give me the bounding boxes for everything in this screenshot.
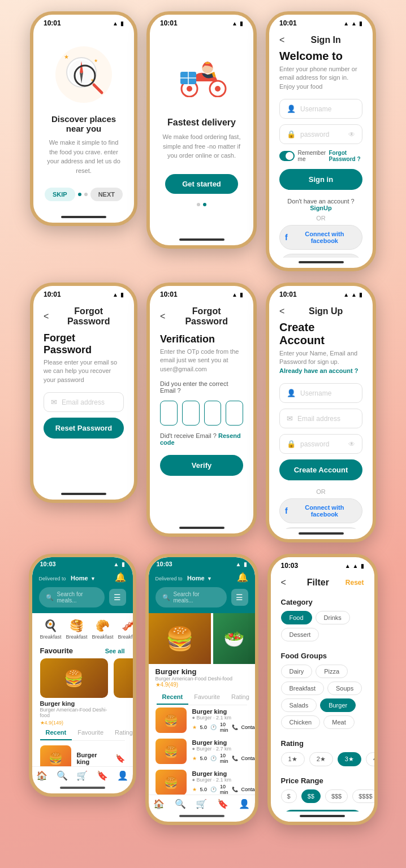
back-icon-filter[interactable]: < (281, 578, 286, 588)
reset-password-button[interactable]: Reset Password (44, 418, 124, 439)
otp-box-3[interactable] (204, 401, 222, 426)
next-button[interactable]: NEXT (90, 188, 123, 201)
tab-profile-2[interactable]: 👤 (239, 798, 250, 809)
price-2[interactable]: $$ (301, 789, 321, 803)
hero-images: 🍔 🥗 (149, 613, 255, 664)
tab-home[interactable]: 🏠 (36, 770, 47, 781)
rest-tags-2: ● Burger · 2.7 km (192, 746, 255, 752)
price-3[interactable]: $$$ (325, 789, 348, 803)
eye-icon[interactable]: 👁 (348, 440, 355, 448)
rest-meta-1: ★ 5.0 🕐 10 min 📞 Contact (192, 722, 255, 733)
get-started-button[interactable]: Get started (165, 174, 238, 194)
food-card-2[interactable]: 🍔 (114, 658, 133, 726)
tab-bookmark-2[interactable]: 🔖 (217, 798, 228, 809)
restaurant-row-3[interactable]: 🍔 Burger king ● Burger · 2.1 km ★ 5.0 (156, 770, 248, 795)
reset-button[interactable]: Reset (345, 579, 364, 587)
tab-favourite[interactable]: Favourite (72, 726, 109, 740)
username-signup-input[interactable]: 👤 Username (279, 383, 362, 403)
tab-home-2[interactable]: 🏠 (153, 798, 165, 809)
chip-dairy[interactable]: Dairy (281, 665, 313, 678)
see-all-button[interactable]: See all (105, 648, 125, 654)
bookmark-icon[interactable]: 🔖 (115, 754, 125, 763)
eye-icon[interactable]: 👁 (348, 131, 355, 138)
google-signin-button[interactable]: G Connect with google (279, 254, 362, 258)
tab-rating-2[interactable]: Rating (226, 690, 254, 705)
tab-search-2[interactable]: 🔍 (175, 798, 186, 809)
password-signup-input[interactable]: 🔒 password 👁 (279, 434, 362, 454)
remember-toggle[interactable] (279, 151, 295, 161)
chip-dessert[interactable]: Dessert (281, 628, 319, 641)
bookmark-tab-icon-2: 🔖 (217, 798, 228, 809)
filter-icon-button-2[interactable]: ☰ (231, 589, 248, 606)
price-1[interactable]: $ (281, 789, 297, 803)
chip-drinks[interactable]: Drinks (316, 611, 350, 624)
category-item[interactable]: 🥐 Breakfast (92, 619, 114, 640)
back-icon[interactable]: < (160, 311, 165, 322)
chip-burger[interactable]: Burger (320, 698, 356, 712)
tab-profile[interactable]: 👤 (117, 770, 128, 781)
phone-onboarding2: 10:01 ▲ ▮ (146, 11, 257, 249)
apply-filters-button[interactable]: Apply Filters (281, 810, 364, 811)
forgot-password-link[interactable]: Forgot Password ? (329, 150, 362, 162)
already-link[interactable]: Already have an account ? (279, 367, 358, 374)
tab-favourite-2[interactable]: Favourite (188, 690, 226, 705)
back-icon[interactable]: < (279, 35, 284, 45)
back-icon[interactable]: < (44, 311, 49, 322)
create-account-button[interactable]: Create Account (279, 459, 362, 480)
bell-icon[interactable]: 🔔 (115, 572, 126, 583)
remember-row: Remember me Forgot Password ? (279, 150, 362, 162)
restaurant-row[interactable]: 🍔 Burger king 🔖 (40, 745, 125, 766)
facebook-signup-button[interactable]: f Connect with facebook (279, 498, 362, 523)
search-box[interactable]: 🔍 Search for meals... (39, 587, 105, 607)
location-label[interactable]: Home (71, 575, 88, 581)
rest-section-rating: ★4.9(49) (156, 682, 248, 688)
category-item[interactable]: 🥓 Breakfast (118, 619, 133, 640)
signup-link[interactable]: SignUp (310, 205, 332, 211)
tab-cart-2[interactable]: 🛒 (196, 798, 207, 809)
password-input[interactable]: 🔒 password 👁 (279, 124, 362, 144)
tab-rating[interactable]: Rating (109, 726, 132, 740)
tab-cart[interactable]: 🛒 (76, 770, 88, 781)
tab-recent-2[interactable]: Recent (157, 690, 189, 705)
food-card[interactable]: 🍔 Burger king Burger American-Food Deshi… (40, 658, 108, 726)
otp-box-2[interactable] (182, 401, 200, 426)
tab-search[interactable]: 🔍 (57, 770, 68, 781)
chip-breakfast[interactable]: Breakfast (281, 682, 324, 695)
search-box-2[interactable]: 🔍 Search for meals... (156, 587, 227, 607)
restaurant-row-1[interactable]: 🍔 Burger king ● Burger · 2.1 km ★ 5.0 (156, 708, 248, 733)
price-chips: $ $$ $$$ $$$$ $$$$$ (281, 789, 364, 803)
rating-3[interactable]: 3★ (338, 752, 361, 766)
back-icon[interactable]: < (279, 306, 284, 316)
chip-food[interactable]: Food (281, 611, 312, 624)
chip-pizza[interactable]: Pizza (316, 665, 348, 678)
category-item[interactable]: 🥞 Breakfast (66, 619, 88, 640)
tab-recent[interactable]: Recent (40, 726, 72, 740)
signin-button[interactable]: Sign in (279, 169, 362, 190)
price-4[interactable]: $$$$ (352, 789, 374, 803)
otp-box-4[interactable] (226, 401, 243, 426)
phone-verification: 10:01 ▲ ▮ < Forgot Password Verification… (146, 283, 257, 537)
signin-subtitle: Enter your phone number or email address… (279, 65, 362, 91)
onboard-nav: SKIP NEXT (45, 188, 123, 201)
google-signup-button[interactable]: G Connect with google (279, 527, 362, 529)
filter-icon-button[interactable]: ☰ (109, 589, 126, 606)
email-signup-input[interactable]: ✉ Email address (279, 409, 362, 428)
chip-meat[interactable]: Meat (323, 715, 354, 729)
otp-box-1[interactable] (160, 401, 178, 426)
tab-bookmark[interactable]: 🔖 (97, 770, 108, 781)
rating-1[interactable]: 1★ (281, 752, 305, 766)
chip-chicken[interactable]: Chicken (281, 715, 321, 729)
verify-button[interactable]: Verify (160, 455, 243, 476)
rating-4[interactable]: 4★ (366, 752, 374, 766)
chip-soups[interactable]: Soups (327, 682, 362, 695)
email-input[interactable]: ✉ Email address (44, 392, 124, 412)
restaurant-row-2[interactable]: 🍔 Burger king ● Burger · 2.7 km ★ 5.0 (156, 739, 248, 764)
rating-2[interactable]: 2★ (309, 752, 333, 766)
location-label-2[interactable]: Home (187, 575, 205, 581)
category-item[interactable]: 🍳 Breakfast (40, 619, 62, 640)
chip-salads[interactable]: Salads (281, 698, 317, 712)
username-input[interactable]: 👤 Username (279, 99, 362, 119)
facebook-signin-button[interactable]: f Connect with facebook (279, 225, 362, 250)
skip-button[interactable]: SKIP (45, 188, 75, 201)
bell-icon-2[interactable]: 🔔 (237, 572, 248, 583)
